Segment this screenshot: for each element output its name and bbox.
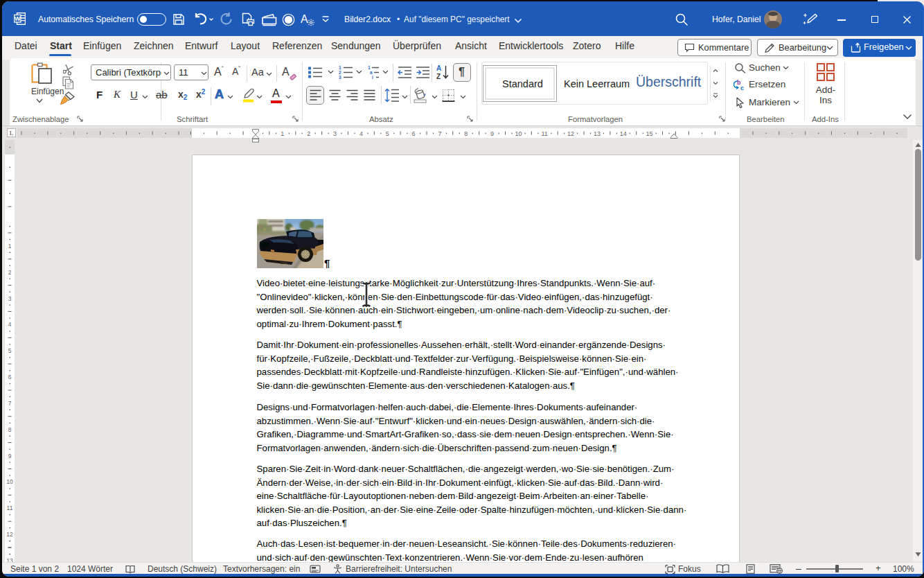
svg-text:11: 11: [7, 505, 13, 511]
svg-text:4: 4: [359, 130, 363, 137]
svg-text:3: 3: [339, 75, 341, 80]
svg-text:2: 2: [8, 269, 12, 276]
svg-text:7: 7: [8, 400, 12, 407]
svg-text:8: 8: [8, 426, 12, 433]
svg-text:a: a: [370, 70, 373, 75]
svg-text:4: 4: [8, 321, 12, 328]
svg-text:12: 12: [6, 531, 13, 538]
svg-text:3: 3: [333, 130, 337, 137]
svg-text:A: A: [301, 13, 308, 25]
svg-text:i: i: [372, 75, 373, 80]
svg-text:7: 7: [438, 130, 441, 137]
svg-text:2: 2: [339, 70, 341, 75]
svg-text:5: 5: [386, 130, 389, 137]
svg-text:c: c: [740, 85, 744, 91]
svg-text:11: 11: [542, 130, 548, 137]
svg-text:9: 9: [490, 130, 494, 137]
svg-text:9: 9: [8, 453, 12, 459]
svg-text:1: 1: [281, 130, 284, 137]
svg-text:13: 13: [6, 557, 13, 562]
svg-text:Z: Z: [436, 73, 441, 80]
svg-text:2: 2: [307, 130, 310, 137]
svg-text:1: 1: [339, 65, 341, 70]
svg-text:5: 5: [8, 347, 12, 354]
svg-text:1: 1: [368, 65, 371, 70]
svg-text:12: 12: [567, 130, 574, 137]
svg-text:8: 8: [464, 130, 468, 137]
svg-text:13: 13: [594, 130, 601, 137]
svg-text:15: 15: [646, 130, 653, 137]
svg-text:3: 3: [8, 295, 12, 302]
svg-text:10: 10: [6, 478, 13, 485]
svg-text:6: 6: [8, 374, 12, 380]
svg-text:14: 14: [620, 130, 627, 137]
svg-text:1: 1: [8, 243, 12, 249]
svg-text:10: 10: [515, 130, 522, 137]
svg-text:W: W: [15, 15, 21, 22]
svg-text:6: 6: [411, 130, 415, 137]
svg-text:A: A: [436, 64, 441, 72]
